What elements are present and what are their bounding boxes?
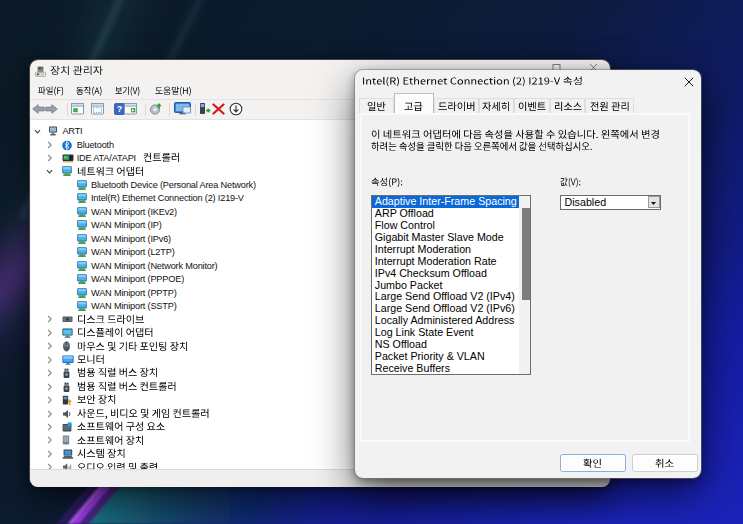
svg-text:?: ? xyxy=(116,104,122,114)
